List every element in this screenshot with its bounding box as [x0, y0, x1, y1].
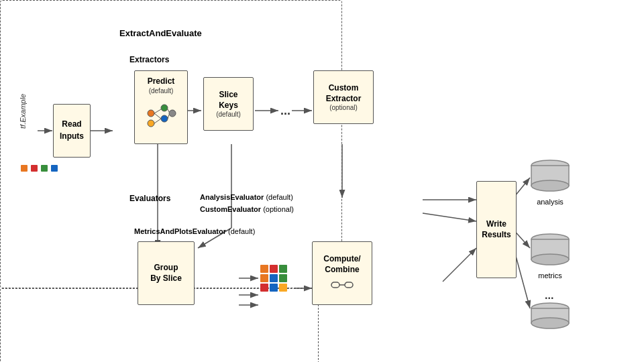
svg-point-25 — [169, 110, 176, 117]
diagram-container: tf.Example Read Inputs ExtractAndEvaluat… — [0, 0, 644, 362]
write-results-box: Write Results — [476, 181, 517, 278]
svg-line-29 — [168, 109, 169, 112]
slice-keys-box: Slice Keys (default) — [203, 77, 254, 131]
svg-rect-32 — [345, 282, 353, 288]
custom-extractor-label2: Extractor — [326, 94, 362, 105]
read-inputs-box: Read Inputs — [53, 104, 91, 158]
third-cylinder — [530, 302, 570, 334]
read-inputs-label: Read — [62, 119, 81, 130]
extractors-ellipsis: ... — [280, 104, 290, 118]
svg-rect-31 — [331, 282, 339, 288]
svg-line-26 — [154, 109, 161, 113]
group-by-slice-label2: By Slice — [150, 274, 182, 284]
custom-extractor-box: Custom Extractor (optional) — [313, 70, 374, 124]
svg-point-21 — [148, 110, 154, 117]
evaluators-label: Evaluators — [129, 194, 170, 203]
svg-line-13 — [443, 248, 476, 282]
compute-combine-box: Compute/ Combine — [312, 241, 372, 305]
tf-example-label: tf.Example — [19, 94, 27, 129]
svg-line-12 — [423, 213, 476, 221]
analysis-cylinder: analysis — [530, 158, 570, 206]
group-by-slice-label: Group — [154, 263, 178, 274]
slice-keys-sublabel: (default) — [216, 111, 241, 118]
write-results-label: Write — [486, 219, 506, 230]
read-inputs-label2: Inputs — [60, 131, 84, 142]
analysis-evaluator-label: AnalysisEvaluator (default) — [200, 193, 293, 201]
extract-evaluate-label: ExtractAndEvaluate — [119, 28, 202, 38]
svg-line-27 — [154, 113, 161, 119]
slice-keys-label2: Keys — [219, 101, 238, 111]
custom-extractor-label: Custom — [329, 83, 359, 94]
slice-keys-label: Slice — [219, 90, 237, 101]
predict-box: Predict (default) — [134, 70, 188, 144]
compute-combine-label: Compute/ — [323, 254, 360, 265]
svg-point-22 — [148, 120, 154, 127]
svg-line-28 — [154, 119, 161, 123]
svg-point-23 — [161, 105, 168, 111]
predict-label: Predict — [148, 76, 175, 87]
svg-point-36 — [531, 180, 569, 191]
svg-line-30 — [168, 115, 169, 119]
metrics-cylinder: metrics — [530, 231, 570, 280]
color-dots — [20, 164, 58, 172]
compute-combine-label2: Combine — [325, 265, 359, 276]
grid-icon — [260, 265, 287, 292]
metrics-plots-label: MetricsAndPlotsEvaluator (default) — [134, 227, 255, 235]
predict-sublabel: (default) — [149, 87, 174, 95]
svg-point-42 — [531, 318, 569, 328]
extractors-label: Extractors — [129, 55, 169, 64]
analysis-label: analysis — [530, 198, 570, 206]
write-results-label2: Results — [482, 230, 511, 241]
custom-extractor-sublabel: (optional) — [329, 104, 358, 111]
group-by-slice-box: Group By Slice — [138, 241, 195, 305]
svg-point-39 — [531, 254, 569, 265]
metrics-label: metrics — [530, 272, 570, 280]
svg-point-24 — [161, 115, 168, 122]
cylinders-ellipsis: ... — [545, 290, 553, 302]
custom-evaluator-label: CustomEvaluator (optional) — [200, 205, 294, 213]
